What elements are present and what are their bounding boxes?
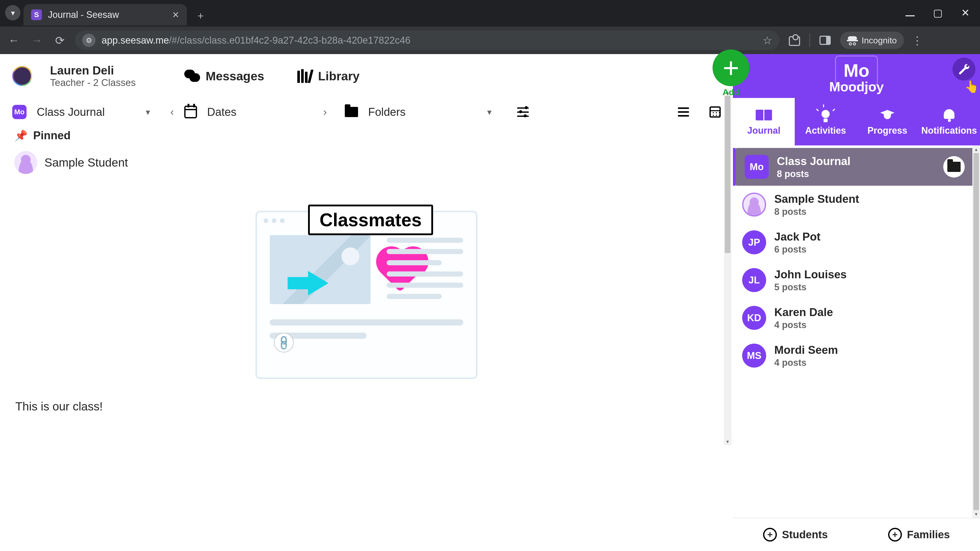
- date-next-button[interactable]: ›: [323, 106, 327, 118]
- class-journal-dropdown[interactable]: Class Journal: [37, 106, 105, 118]
- folder-icon: [345, 107, 358, 117]
- messages-nav[interactable]: Messages: [184, 69, 264, 83]
- maximize-button[interactable]: ▢: [933, 8, 943, 18]
- forward-button[interactable]: →: [29, 33, 45, 48]
- fade-overlay: [733, 508, 972, 518]
- list-item-name: Jack Pot: [774, 230, 821, 244]
- list-item-meta: 6 posts: [774, 244, 821, 255]
- students-label: Students: [782, 529, 828, 541]
- filter-sliders-button[interactable]: [517, 107, 529, 117]
- date-prev-button[interactable]: ‹: [170, 106, 174, 118]
- class-chip[interactable]: Mo: [12, 105, 27, 119]
- bookmark-star-icon[interactable]: ☆: [762, 34, 772, 47]
- tab-search-button[interactable]: ▾: [5, 5, 21, 21]
- list-view-button[interactable]: [678, 107, 689, 117]
- panel-tabs: Journal Activities Progress Notification…: [733, 98, 980, 145]
- calendar-view-button[interactable]: [710, 106, 721, 118]
- teacher-role: Teacher - 2 Classes: [50, 77, 136, 89]
- post-caption: This is our class!: [0, 389, 733, 413]
- student-avatar-icon: [14, 151, 37, 174]
- tab-progress[interactable]: Progress: [856, 98, 918, 145]
- messages-icon: [184, 70, 200, 83]
- address-bar[interactable]: ⚙ app.seesaw.me/#/class/class.e01bf4c2-9…: [75, 30, 780, 50]
- chevron-down-icon[interactable]: ▾: [146, 107, 150, 117]
- add-button[interactable]: +: [713, 49, 749, 86]
- list-item-info: Jack Pot6 posts: [774, 230, 821, 255]
- teacher-name: Lauren Deli: [50, 64, 136, 77]
- pin-icon: 📌: [14, 129, 27, 142]
- tab-activities-label: Activities: [805, 125, 846, 136]
- list-item-meta: 8 posts: [777, 168, 851, 179]
- reload-button[interactable]: ⟳: [52, 33, 67, 48]
- class-list-item[interactable]: KDKaren Dale4 posts: [733, 299, 980, 337]
- list-item-name: John Louises: [774, 267, 847, 281]
- list-item-info: Sample Student8 posts: [774, 192, 859, 218]
- class-list-scrollbar[interactable]: ▴ ▾: [972, 145, 980, 518]
- scroll-down-icon[interactable]: ▾: [972, 510, 980, 518]
- browser-menu-button[interactable]: ⋮: [912, 34, 923, 47]
- scroll-down-icon[interactable]: ▾: [724, 438, 732, 445]
- list-item-name: Mordi Seem: [774, 343, 838, 357]
- teacher-avatar[interactable]: [12, 66, 32, 86]
- pinned-student-row[interactable]: Sample Student: [0, 145, 733, 180]
- pinned-label: Pinned: [33, 129, 71, 142]
- add-families-button[interactable]: + Families: [888, 528, 950, 541]
- side-panel-button[interactable]: [818, 33, 832, 48]
- dates-dropdown[interactable]: Dates: [207, 106, 237, 118]
- chevron-down-icon[interactable]: ▾: [487, 107, 492, 117]
- library-nav[interactable]: Library: [298, 69, 360, 83]
- journal-post[interactable]: Classmates 🔗: [200, 211, 532, 389]
- extensions-button[interactable]: [787, 33, 802, 48]
- back-button[interactable]: ←: [6, 33, 21, 48]
- browser-toolbar: ← → ⟳ ⚙ app.seesaw.me/#/class/class.e01b…: [0, 27, 980, 54]
- add-students-button[interactable]: + Students: [763, 528, 828, 541]
- avatar: Mo: [745, 155, 769, 179]
- post-preview-card: Classmates 🔗: [256, 211, 477, 379]
- incognito-indicator[interactable]: Incognito: [840, 32, 904, 49]
- folders-dropdown[interactable]: Folders: [368, 106, 406, 118]
- close-icon[interactable]: ✕: [172, 10, 179, 20]
- list-item-info: Karen Dale4 posts: [774, 305, 833, 330]
- new-tab-button[interactable]: ＋: [193, 8, 208, 23]
- close-window-button[interactable]: ✕: [961, 8, 970, 18]
- class-list-item[interactable]: MoClass Journal8 posts: [735, 148, 974, 186]
- link-icon: 🔗: [275, 334, 293, 351]
- tab-title: Journal - Seesaw: [48, 10, 119, 20]
- browser-titlebar: ▾ S Journal - Seesaw ✕ ＋ ▢ ✕: [0, 0, 980, 27]
- class-list-item[interactable]: JLJohn Louises5 posts: [733, 261, 980, 299]
- messages-label: Messages: [206, 69, 264, 83]
- browser-tab[interactable]: S Journal - Seesaw ✕: [24, 4, 187, 25]
- student-avatar-icon: [742, 192, 766, 217]
- tab-notifications-label: Notifications: [921, 125, 977, 136]
- tab-journal[interactable]: Journal: [733, 98, 795, 145]
- chevron-down-icon: ▾: [11, 8, 15, 17]
- site-settings-icon[interactable]: ⚙: [82, 34, 95, 47]
- class-code-badge[interactable]: Mo: [835, 56, 878, 86]
- tab-journal-label: Journal: [747, 125, 780, 136]
- open-folders-button[interactable]: [943, 156, 965, 178]
- copy-link-button[interactable]: 🔗: [274, 333, 294, 353]
- tab-notifications[interactable]: Notifications: [918, 98, 980, 145]
- puzzle-icon: [789, 35, 800, 46]
- list-item-info: John Louises5 posts: [774, 267, 847, 293]
- pinned-header: 📌 Pinned: [0, 126, 733, 145]
- url-text: app.seesaw.me/#/class/class.e01bf4c2-9a2…: [102, 35, 410, 46]
- class-list-item[interactable]: JPJack Pot6 posts: [733, 224, 980, 261]
- list-item-meta: 4 posts: [774, 319, 833, 330]
- class-settings-button[interactable]: [953, 58, 975, 81]
- text-lines-decoration: [387, 238, 463, 299]
- tab-activities[interactable]: Activities: [795, 98, 856, 145]
- list-item-name: Class Journal: [777, 154, 851, 168]
- minimize-button[interactable]: [905, 8, 915, 18]
- list-item-info: Mordi Seem4 posts: [774, 343, 838, 368]
- class-list-item[interactable]: MSMordi Seem4 posts: [733, 337, 980, 375]
- list-item-meta: 5 posts: [774, 281, 847, 293]
- bell-icon: [943, 109, 955, 121]
- wrench-icon: [958, 63, 970, 76]
- class-list-item[interactable]: Sample Student8 posts: [733, 186, 980, 224]
- toolbar-divider: [810, 34, 810, 47]
- app-main: Lauren Deli Teacher - 2 Classes Messages…: [0, 54, 733, 551]
- scroll-up-icon[interactable]: ▴: [972, 145, 980, 153]
- list-item-name: Karen Dale: [774, 305, 833, 319]
- feed-scrollbar[interactable]: ▴ ▾: [724, 88, 732, 445]
